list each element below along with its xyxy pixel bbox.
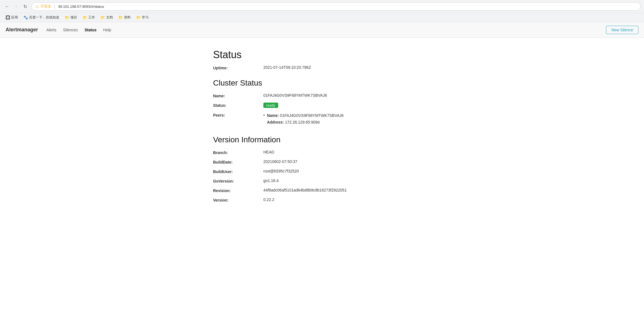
bookmarks-bar: 🔲 应用 🐾 百度一下，你就知道 📁 项目 📁 工作 📁 文档 📁 资料 📁 学… [0,13,644,22]
nav-alerts[interactable]: Alerts [46,27,56,33]
peer-address-value: 172.26.129.65:9094 [285,120,320,124]
bookmark-baidu-label: 百度一下，你就知道 [29,15,59,20]
separator: | [54,4,55,9]
folder-icon-3: 📁 [101,15,105,20]
peer-name-value: 01FAJ4G0VS9F68YMTWK7SBVAJ6 [280,113,344,118]
uptime-label: Uptime: [213,65,263,70]
builddate-value: 20210602-07:50:37 [263,159,297,164]
bookmark-baidu[interactable]: 🐾 百度一下，你就知道 [21,14,61,21]
reload-button[interactable]: ↻ [21,3,29,10]
apps-icon: 🔲 [6,15,10,20]
branch-row: Branch: HEAD [213,150,431,155]
security-warning-text: 不安全 [40,4,51,9]
bookmark-learning[interactable]: 📁 学习 [134,14,151,21]
version-value: 0.22.2 [263,197,274,202]
folder-icon-4: 📁 [118,15,123,20]
builduser-row: BuildUser: root@b595c7f32520 [213,169,431,174]
nav-silences[interactable]: Silences [63,27,78,33]
nav-buttons: ← → ↻ [3,3,29,10]
new-silence-button[interactable]: New Silence [606,26,638,34]
forward-button[interactable]: → [12,3,20,10]
security-warning-icon: ⚠ [35,4,39,9]
builddate-label: BuildDate: [213,159,263,164]
bookmark-resources[interactable]: 📁 资料 [116,14,133,21]
builddate-row: BuildDate: 20210602-07:50:37 [213,159,431,164]
app-brand: Alertmanager [6,27,38,33]
cluster-name-value: 01FAJ4G0VS9F68YMTWK7SBVAJ6 [263,93,327,98]
peers-content: • Name: 01FAJ4G0VS9F68YMTWK7SBVAJ6 Addre… [263,112,344,127]
bookmark-work-label: 工作 [88,15,95,20]
cluster-name-label: Name: [213,93,263,98]
back-button[interactable]: ← [3,3,11,10]
bookmark-learning-label: 学习 [142,15,149,20]
bookmark-apps[interactable]: 🔲 应用 [3,14,20,21]
goversion-value: go1.16.4 [263,178,279,183]
bookmark-work[interactable]: 📁 工作 [80,14,97,21]
url-text: 39.101.198.57:9093/#/status [58,4,104,9]
peers-label: Peers: [213,112,263,117]
revision-label: Revision: [213,188,263,193]
bookmark-project[interactable]: 📁 项目 [63,14,79,21]
peer-address-row: Address: 172.26.129.65:9094 [267,119,344,126]
folder-icon-2: 📁 [83,15,87,20]
uptime-row: Uptime: 2021-07-14T09:10:20.796Z [213,65,431,70]
main-content: Status Uptime: 2021-07-14T09:10:20.796Z … [196,38,448,218]
version-label: Version: [213,197,263,202]
builduser-value: root@b595c7f32520 [263,169,299,173]
folder-icon-5: 📁 [136,15,141,20]
page-title: Status [213,49,431,61]
branch-label: Branch: [213,150,263,155]
revision-row: Revision: 44f8adc06af5101ad64bd8b9c8b182… [213,188,431,193]
baidu-icon: 🐾 [23,15,28,20]
branch-value: HEAD [263,150,274,154]
bookmark-apps-label: 应用 [11,15,18,20]
browser-toolbar: ← → ↻ ⚠ 不安全 | 39.101.198.57:9093/#/statu… [0,0,644,13]
version-row: Version: 0.22.2 [213,197,431,202]
cluster-status-row: Status: ready [213,103,431,108]
goversion-label: GoVersion: [213,178,263,183]
nav-status[interactable]: Status [85,27,97,33]
nav-help[interactable]: Help [103,27,111,33]
peer-bullet: • [263,113,265,117]
status-badge: ready [263,103,278,108]
address-bar[interactable]: ⚠ 不安全 | 39.101.198.57:9093/#/status [31,2,641,11]
cluster-status-label: Status: [213,103,263,108]
cluster-status-title: Cluster Status [213,79,431,88]
peer-details: Name: 01FAJ4G0VS9F68YMTWK7SBVAJ6 Address… [267,112,344,126]
browser-chrome: ← → ↻ ⚠ 不安全 | 39.101.198.57:9093/#/statu… [0,0,644,22]
peers-row: Peers: • Name: 01FAJ4G0VS9F68YMTWK7SBVAJ… [213,112,431,127]
uptime-value: 2021-07-14T09:10:20.796Z [263,65,311,70]
peer-name-label: Name: [267,113,279,118]
bookmark-project-label: 项目 [70,15,77,20]
version-info-title: Version Information [213,135,431,144]
bookmark-docs[interactable]: 📁 文档 [98,14,115,21]
nav-links: Alerts Silences Status Help [46,27,606,33]
builduser-label: BuildUser: [213,169,263,174]
bookmark-resources-label: 资料 [124,15,131,20]
peer-address-label: Address: [267,120,284,124]
revision-value: 44f8adc06af5101ad64bd8b9c8b18273f2922051 [263,188,347,192]
bookmark-docs-label: 文档 [106,15,113,20]
peer-item: • Name: 01FAJ4G0VS9F68YMTWK7SBVAJ6 Addre… [263,112,344,126]
goversion-row: GoVersion: go1.16.4 [213,178,431,183]
peer-name-row: Name: 01FAJ4G0VS9F68YMTWK7SBVAJ6 [267,112,344,119]
folder-icon-1: 📁 [65,15,69,20]
cluster-name-row: Name: 01FAJ4G0VS9F68YMTWK7SBVAJ6 [213,93,431,98]
app-navbar: Alertmanager Alerts Silences Status Help… [0,22,644,38]
